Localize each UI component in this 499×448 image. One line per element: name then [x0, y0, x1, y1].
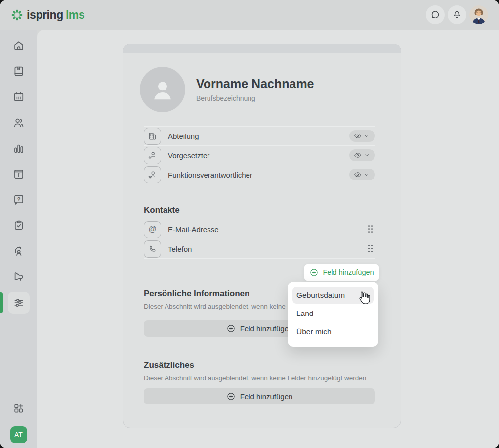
menu-item-geburtsdatum[interactable]: Geburtsdatum: [292, 287, 374, 304]
org-fields-list: Abteilung: [144, 126, 375, 184]
svg-text:?: ?: [17, 196, 20, 202]
plus-circle-icon: [226, 392, 236, 401]
visibility-toggle[interactable]: [349, 169, 375, 180]
messages-button[interactable]: [426, 5, 445, 24]
ispring-lms-logo[interactable]: ispringlms: [11, 8, 84, 22]
sidebar-item-announcements[interactable]: [8, 266, 30, 288]
field-row-vorgesetzter[interactable]: Vorgesetzter: [144, 145, 375, 165]
sidebar-item-courses[interactable]: [8, 60, 30, 82]
visibility-toggle[interactable]: [349, 149, 375, 161]
profile-editor-card: Vorname Nachname Berufsbezeichnung: [123, 44, 401, 428]
add-field-menu: Geburtsdatum Land Über mich: [288, 282, 378, 347]
drag-handle[interactable]: [366, 224, 375, 235]
contacts-list: @ E-Mail-Adresse Telefon: [144, 220, 375, 259]
active-indicator: [0, 292, 3, 313]
user-photo-icon: [469, 5, 488, 24]
chat-bubble-icon: [430, 9, 441, 20]
app-window: ispringlms: [0, 0, 499, 448]
sidebar-item-reports[interactable]: [8, 137, 30, 159]
notifications-button[interactable]: [448, 5, 466, 24]
phone-icon: [144, 240, 161, 258]
eye-icon: [354, 132, 362, 140]
sidebar-item-home[interactable]: [8, 35, 30, 56]
field-label: E-Mail-Adresse: [168, 225, 359, 234]
add-field-button-additional[interactable]: Feld hinzufügen: [144, 388, 375, 404]
calendar-icon: [12, 90, 25, 103]
plus-circle-icon: [309, 268, 319, 277]
plus-circle-icon: [226, 324, 236, 333]
question-bubble-icon: ?: [12, 193, 25, 206]
sidebar-bottom: AT: [8, 398, 30, 443]
at-sign-icon: @: [144, 221, 161, 238]
logo-product-text: lms: [66, 8, 84, 21]
sidebar-item-apps[interactable]: [8, 398, 30, 419]
info-card-icon: [12, 168, 25, 180]
chevron-down-icon: [363, 171, 371, 179]
avatar-placeholder[interactable]: [140, 67, 185, 112]
field-label: Vorgesetzter: [168, 151, 342, 160]
chevron-down-icon: [363, 151, 371, 159]
megaphone-icon: [12, 270, 25, 283]
visibility-toggle[interactable]: [349, 130, 375, 142]
profile-header: Vorname Nachname Berufsbezeichnung: [140, 67, 314, 112]
topbar-actions: [426, 5, 488, 24]
sidebar-item-calendar[interactable]: [8, 86, 30, 108]
users-icon: [12, 116, 25, 129]
logo-brand-text: ispring: [27, 8, 63, 21]
account-badge[interactable]: AT: [10, 426, 27, 443]
field-row-abteilung[interactable]: Abteilung: [144, 126, 375, 145]
field-row-telefon[interactable]: Telefon: [144, 239, 375, 259]
sidebar-item-trainings[interactable]: [8, 240, 30, 262]
field-label: Abteilung: [168, 132, 342, 140]
user-avatar[interactable]: [469, 5, 488, 24]
add-field-dropdown-button[interactable]: Feld hinzufügen: [304, 264, 379, 281]
menu-item-ueber-mich[interactable]: Über mich: [292, 323, 374, 340]
topbar: ispringlms: [0, 0, 499, 30]
card-header-band: [123, 44, 401, 53]
additional-section: Zusätzliches Dieser Abschnitt wird ausge…: [144, 360, 375, 404]
person-star-icon: [144, 166, 161, 183]
eye-off-icon: [354, 171, 362, 179]
bell-icon: [452, 9, 462, 20]
sidebar-item-news[interactable]: [8, 163, 30, 185]
add-field-dropdown-label: Feld hinzufügen: [323, 269, 374, 276]
sliders-icon: [12, 296, 25, 309]
building-icon: [144, 128, 161, 145]
field-label: Telefon: [168, 245, 359, 253]
additional-note: Dieser Abschnitt wird ausgeblendet, wenn…: [144, 374, 375, 382]
bar-chart-icon: [12, 142, 25, 155]
sidebar-item-tasks[interactable]: [8, 215, 30, 236]
book-icon: [12, 65, 25, 78]
add-field-label: Feld hinzufügen: [240, 392, 293, 401]
ispring-burst-icon: [11, 9, 23, 21]
eye-icon: [354, 151, 362, 159]
grid-plus-icon: [12, 402, 25, 415]
coach-360-icon: [12, 245, 25, 258]
main-panel: Vorname Nachname Berufsbezeichnung: [37, 30, 499, 448]
drag-handle[interactable]: [366, 243, 375, 255]
menu-item-land[interactable]: Land: [292, 305, 374, 322]
contacts-section-title: Kontakte: [144, 205, 180, 215]
home-icon: [12, 39, 25, 52]
sidebar-item-users[interactable]: [8, 112, 30, 134]
person-silhouette-icon: [149, 76, 176, 103]
sidebar-item-settings[interactable]: [8, 292, 30, 314]
sidebar-item-help[interactable]: ?: [8, 189, 30, 211]
add-field-label: Feld hinzufügen: [240, 324, 293, 333]
person-arrow-up-icon: [144, 147, 161, 164]
profile-texts: Vorname Nachname Berufsbezeichnung: [196, 77, 314, 102]
sidebar: ?: [0, 30, 37, 448]
field-label: Funktionsverantwortlicher: [168, 171, 342, 179]
chevron-down-icon: [363, 132, 371, 140]
profile-job-title: Berufsbezeichnung: [196, 94, 314, 102]
profile-name: Vorname Nachname: [196, 77, 314, 91]
additional-title: Zusätzliches: [144, 360, 375, 370]
clipboard-check-icon: [12, 219, 25, 232]
field-row-email[interactable]: @ E-Mail-Adresse: [144, 220, 375, 239]
field-row-funktionsverantwortlicher[interactable]: Funktionsverantwortlicher: [144, 165, 375, 184]
